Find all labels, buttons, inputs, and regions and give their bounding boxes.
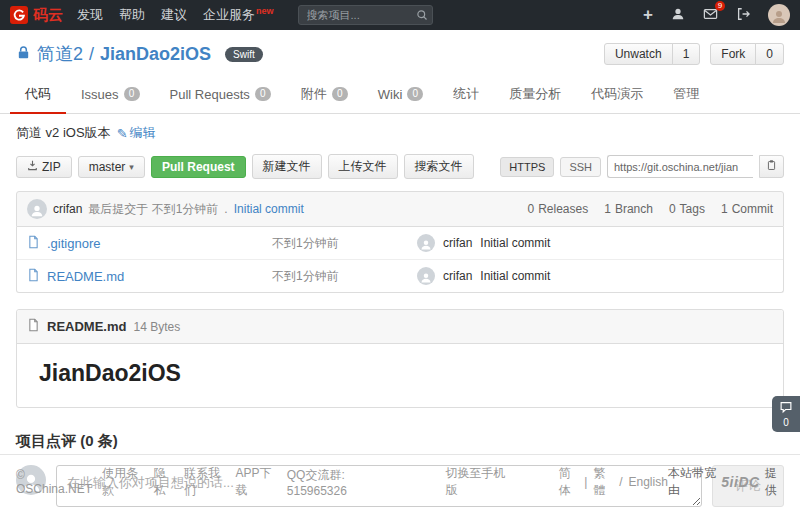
- tab-code[interactable]: 代码: [10, 76, 66, 114]
- repo-description: 简道 v2 iOS版本: [16, 124, 111, 142]
- footer: © OSChina.NET 使用条款 隐私 联系我们 APP下载 QQ交流群: …: [0, 454, 800, 511]
- repo-name-link[interactable]: JianDao2iOS: [100, 44, 211, 65]
- tab-attachments-count: 0: [332, 87, 348, 101]
- file-commit-author: crifan: [443, 236, 472, 250]
- lang-separator: |: [584, 475, 587, 489]
- readme-header: README.md 14 Bytes: [17, 310, 783, 344]
- plus-icon: +: [643, 8, 653, 22]
- footer-link-terms[interactable]: 使用条款: [102, 465, 143, 499]
- search-icon: [416, 9, 428, 24]
- tab-attachments[interactable]: 附件0: [286, 76, 363, 114]
- nav-item-enterprise-label: 企业服务: [203, 7, 255, 22]
- pull-request-button[interactable]: Pull Request: [151, 156, 246, 178]
- releases-stat[interactable]: 0Releases: [527, 202, 588, 216]
- lang-traditional-link[interactable]: 繁 體: [593, 465, 613, 499]
- tab-issues[interactable]: Issues0: [66, 76, 155, 114]
- footer-link-privacy[interactable]: 隐私: [153, 465, 174, 499]
- tab-pr-count: 0: [255, 87, 271, 101]
- commit-message-link[interactable]: Initial commit: [234, 202, 304, 216]
- nav-search: [298, 5, 433, 25]
- upload-file-button[interactable]: 上传文件: [328, 154, 398, 179]
- nav-item-suggest[interactable]: 建议: [161, 6, 187, 24]
- messages-button[interactable]: 9: [703, 7, 718, 24]
- footer-link-contact[interactable]: 联系我们: [184, 465, 225, 499]
- nav-item-help[interactable]: 帮助: [119, 6, 145, 24]
- file-commit-avatar: [417, 234, 435, 252]
- tab-manage[interactable]: 管理: [658, 76, 714, 114]
- tab-statistics[interactable]: 统计: [438, 76, 494, 114]
- lock-icon: [16, 44, 31, 65]
- readme-content: JianDao2iOS: [17, 344, 783, 407]
- table-row[interactable]: README.md 不到1分钟前 crifan Initial commit: [17, 259, 783, 292]
- repo-header: 简道2 / JianDao2iOS Swift Unwatch 1 Fork 0: [0, 30, 800, 74]
- copyright-text: © OSChina.NET: [16, 468, 92, 496]
- profile-button[interactable]: [671, 7, 685, 24]
- pencil-icon: ✎: [117, 126, 128, 141]
- create-new-button[interactable]: +: [643, 8, 653, 22]
- commits-stat[interactable]: 1Commit: [721, 202, 773, 216]
- gitee-logo-text: 码云: [33, 6, 63, 25]
- commit-author: crifan: [53, 202, 82, 216]
- tab-demo[interactable]: 代码演示: [576, 76, 658, 114]
- edit-description-link[interactable]: ✎编辑: [117, 124, 156, 142]
- file-commit-cell: crifan Initial commit: [417, 267, 773, 285]
- qq-group-text: QQ交流群: 515965326: [287, 467, 392, 498]
- search-input[interactable]: [298, 5, 433, 25]
- https-toggle[interactable]: HTTPS: [500, 157, 554, 177]
- file-link[interactable]: README.md: [47, 269, 124, 284]
- user-avatar[interactable]: [768, 4, 790, 26]
- tab-attachments-label: 附件: [301, 85, 327, 103]
- logout-button[interactable]: [736, 7, 750, 24]
- top-navbar: 码云 发现 帮助 建议 企业服务new + 9: [0, 0, 800, 30]
- download-icon: [27, 160, 38, 174]
- mobile-version-link[interactable]: 切换至手机版: [445, 465, 508, 499]
- file-link[interactable]: .gitignore: [47, 236, 100, 251]
- lang-simplified-link[interactable]: 简 体: [559, 465, 579, 499]
- fork-count[interactable]: 0: [755, 43, 784, 65]
- clone-url-input[interactable]: [607, 155, 753, 178]
- page: 码云 发现 帮助 建议 企业服务new + 9: [0, 0, 800, 511]
- commit-time-text: 最后提交于 不到1分钟前: [88, 201, 218, 218]
- repo-toolbar: ZIP master ▾ Pull Request 新建文件 上传文件 搜索文件…: [0, 150, 800, 179]
- repo-description-row: 简道 v2 iOS版本 ✎编辑: [0, 114, 800, 150]
- footer-left: © OSChina.NET 使用条款 隐私 联系我们 APP下载 QQ交流群: …: [16, 465, 391, 499]
- tab-manage-label: 管理: [673, 85, 699, 103]
- branches-label: Branch: [615, 202, 653, 216]
- file-name-cell: README.md: [27, 268, 272, 285]
- ssh-toggle[interactable]: SSH: [560, 157, 601, 177]
- unwatch-count[interactable]: 1: [672, 43, 701, 65]
- branch-selector[interactable]: master ▾: [78, 156, 145, 178]
- unwatch-button[interactable]: Unwatch: [604, 43, 673, 65]
- 5iidc-logo[interactable]: 5iiDC: [721, 474, 759, 490]
- search-file-button[interactable]: 搜索文件: [404, 154, 474, 179]
- file-name-cell: .gitignore: [27, 235, 272, 252]
- repo-title: 简道2 / JianDao2iOS Swift: [16, 42, 263, 66]
- tags-stat[interactable]: 0Tags: [669, 202, 705, 216]
- comment-widget-count: 0: [772, 417, 800, 429]
- tab-code-label: 代码: [25, 85, 51, 103]
- tab-quality[interactable]: 质量分析: [494, 76, 576, 114]
- nav-item-discover[interactable]: 发现: [77, 6, 103, 24]
- download-zip-button[interactable]: ZIP: [16, 156, 72, 178]
- readme-panel: README.md 14 Bytes JianDao2iOS: [16, 309, 784, 408]
- lang-english-link[interactable]: English: [629, 475, 668, 489]
- tab-wiki[interactable]: Wiki0: [363, 76, 439, 114]
- gitee-logo-icon: [10, 6, 28, 24]
- branches-stat[interactable]: 1Branch: [604, 202, 653, 216]
- file-commit-cell: crifan Initial commit: [417, 234, 773, 252]
- file-icon: [27, 268, 40, 285]
- gitee-logo[interactable]: 码云: [10, 6, 63, 25]
- tab-pull-requests[interactable]: Pull Requests0: [155, 76, 286, 114]
- table-row[interactable]: .gitignore 不到1分钟前 crifan Initial commit: [17, 227, 783, 259]
- nav-item-enterprise[interactable]: 企业服务new: [203, 6, 274, 24]
- comment-count-widget[interactable]: 0: [772, 396, 800, 432]
- copy-url-button[interactable]: [759, 155, 784, 178]
- footer-link-app[interactable]: APP下载: [235, 465, 276, 499]
- file-icon: [27, 318, 40, 335]
- file-time: 不到1分钟前: [272, 235, 417, 252]
- repo-owner-link[interactable]: 简道2: [37, 42, 83, 66]
- tab-quality-label: 质量分析: [509, 85, 561, 103]
- latest-commit-info: crifan 最后提交于 不到1分钟前 . Initial commit: [27, 199, 304, 219]
- fork-button[interactable]: Fork: [710, 43, 756, 65]
- new-file-button[interactable]: 新建文件: [252, 154, 322, 179]
